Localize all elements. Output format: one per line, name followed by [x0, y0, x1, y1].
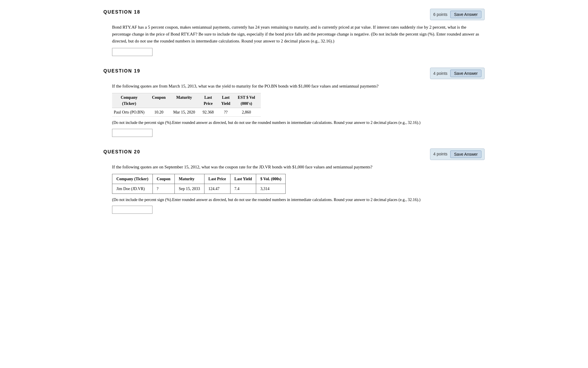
question-18-text: Bond RTY.AF has a 5 percent coupon, make… [112, 24, 485, 44]
question-20-points-save: 4 points Save Answer [430, 148, 485, 160]
question-20-body: If the following quotes are on September… [112, 163, 485, 214]
question-18-title: QUESTION 18 [103, 9, 140, 16]
question-19-note: (Do not include the percent sign (%).Ent… [112, 120, 485, 126]
q20-col-company: Company (Ticker) [112, 174, 153, 184]
question-20-points: 4 points [433, 151, 447, 157]
q19-col-lastprice: LastPrice [201, 93, 219, 108]
q20-row-1: Jim Doe (JD.VR) ? Sep 15, 2033 124.47 7.… [112, 184, 286, 194]
q20-cell-vol: 3,314 [256, 184, 286, 194]
q20-col-vol: $ Vol. (000s) [256, 174, 286, 184]
question-18-answer-input[interactable] [112, 48, 152, 56]
q20-cell-lastprice: 124.47 [204, 184, 230, 194]
question-19-answer-input[interactable] [112, 129, 152, 137]
q19-cell-lastyield: ?? [219, 108, 236, 117]
question-20-answer-input[interactable] [112, 206, 152, 214]
q19-col-coupon: Coupon [150, 93, 171, 108]
question-20-note: (Do not include the percent sign (%).Ent… [112, 197, 485, 203]
question-18-points-save: 6 points Save Answer [430, 9, 485, 20]
question-18-body: Bond RTY.AF has a 5 percent coupon, make… [112, 24, 485, 56]
q20-cell-lastyield: 7.4 [230, 184, 256, 194]
q19-cell-lastprice: 92.368 [201, 108, 219, 117]
question-19-title: QUESTION 19 [103, 68, 140, 75]
question-20-table: Company (Ticker) Coupon Maturity Last Pr… [112, 174, 286, 194]
q20-col-maturity: Maturity [175, 174, 204, 184]
question-20-header: QUESTION 20 4 points Save Answer [103, 148, 485, 160]
q20-cell-company: Jim Doe (JD.VR) [112, 184, 153, 194]
question-18-block: QUESTION 18 6 points Save Answer Bond RT… [103, 9, 485, 56]
q20-col-lastyield: Last Yield [230, 174, 256, 184]
q20-col-lastprice: Last Price [204, 174, 230, 184]
q19-cell-coupon: 10.20 [150, 108, 171, 117]
question-20-text: If the following quotes are on September… [112, 163, 485, 170]
q20-col-coupon: Coupon [152, 174, 174, 184]
q19-cell-estvol: 2,860 [236, 108, 261, 117]
question-19-header: QUESTION 19 4 points Save Answer [103, 68, 485, 79]
question-19-table: Company(Ticker) Coupon Maturity LastPric… [112, 93, 261, 117]
question-19-block: QUESTION 19 4 points Save Answer If the … [103, 68, 485, 137]
question-20-save-button[interactable]: Save Answer [450, 150, 481, 158]
q19-row-1: Paul Orts (PO.BN) 10.20 Mar 15, 2020 92.… [112, 108, 261, 117]
q19-cell-company: Paul Orts (PO.BN) [112, 108, 150, 117]
question-19-text: If the following quotes are from March 1… [112, 83, 485, 90]
question-18-header: QUESTION 18 6 points Save Answer [103, 9, 485, 20]
question-20-title: QUESTION 20 [103, 148, 140, 155]
q20-cell-coupon: ? [152, 184, 174, 194]
q19-cell-maturity: Mar 15, 2020 [172, 108, 201, 117]
question-19-body: If the following quotes are from March 1… [112, 83, 485, 137]
question-20-block: QUESTION 20 4 points Save Answer If the … [103, 148, 485, 214]
page-container: QUESTION 18 6 points Save Answer Bond RT… [92, 0, 496, 234]
question-18-points: 6 points [433, 12, 447, 18]
q19-col-maturity: Maturity [172, 93, 201, 108]
q19-col-estvol: EST $ Vol(000's) [236, 93, 261, 108]
question-18-save-button[interactable]: Save Answer [450, 11, 481, 18]
question-19-points-save: 4 points Save Answer [430, 68, 485, 79]
q19-col-company: Company(Ticker) [112, 93, 150, 108]
q20-cell-maturity: Sep 15, 2033 [175, 184, 204, 194]
question-19-save-button[interactable]: Save Answer [450, 70, 481, 77]
question-19-points: 4 points [433, 70, 447, 77]
q19-col-lastyield: LastYield [219, 93, 236, 108]
